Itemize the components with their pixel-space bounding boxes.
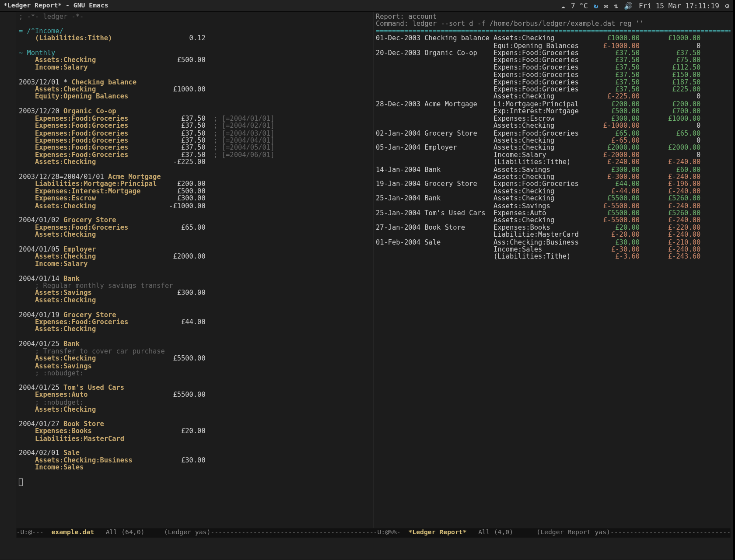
refresh-icon[interactable]: ↻ bbox=[594, 1, 598, 10]
modeline-right: -U:@%%- *Ledger Report* All (4,0) (Ledge… bbox=[374, 528, 731, 537]
desktop-topbar: *Ledger Report* - GNU Emacs ☁ 7 °C ↻ ✉ ⇅… bbox=[0, 0, 733, 12]
ledger-source-pane[interactable]: ; -*- ledger -*- = /^Income/ (Liabilitie… bbox=[17, 12, 374, 528]
settings-gear-icon[interactable]: ⚙ bbox=[725, 1, 729, 10]
system-tray: ☁ 7 °C ↻ ✉ ⇅ 🔊 Fri 15 Mar 17:11:19 ⚙ bbox=[561, 1, 729, 10]
emacs-frame: ; -*- ledger -*- = /^Income/ (Liabilitie… bbox=[17, 12, 731, 528]
mail-icon[interactable]: ✉ bbox=[604, 1, 608, 10]
modeline-row: -U:@--- example.dat All (64,0) (Ledger y… bbox=[17, 528, 731, 537]
clock: Fri 15 Mar 17:11:19 bbox=[639, 1, 719, 10]
weather-temp: 7 °C bbox=[571, 1, 588, 10]
volume-icon[interactable]: 🔊 bbox=[624, 1, 633, 10]
weather-icon: ☁ bbox=[561, 1, 565, 10]
window-title: *Ledger Report* - GNU Emacs bbox=[4, 2, 108, 9]
network-icon[interactable]: ⇅ bbox=[614, 1, 618, 10]
modeline-left: -U:@--- example.dat All (64,0) (Ledger y… bbox=[17, 528, 374, 537]
ledger-report-pane[interactable]: Report: account Command: ledger --sort d… bbox=[374, 12, 731, 528]
